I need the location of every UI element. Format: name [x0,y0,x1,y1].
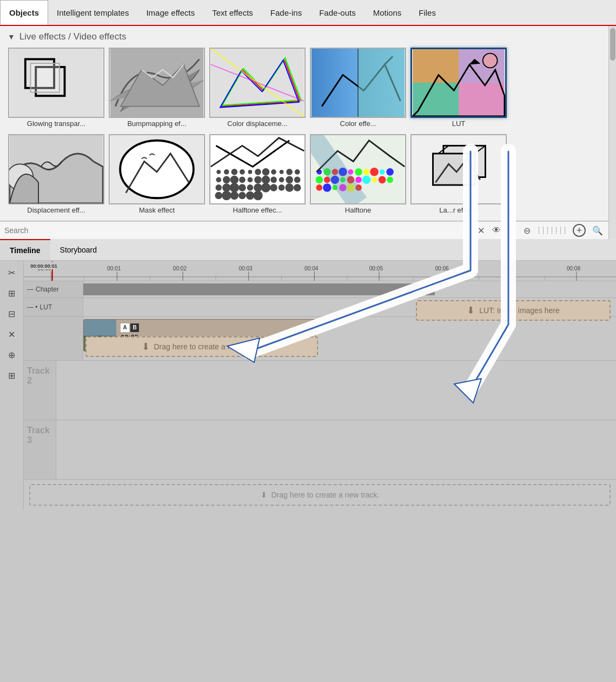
tool-4[interactable]: ✕ [2,325,22,344]
chapter-text: Chapter [36,286,59,293]
tool-3[interactable]: ⊟ [2,304,22,323]
svg-rect-9 [358,49,405,117]
panel-scrollbar[interactable] [608,26,616,239]
effect-label-lut: LUT [452,120,466,128]
drag-new-track-area[interactable]: ⬇ Drag here to create a new track. [85,336,318,357]
lut-track-row: — • LUT ⬇ LUT: Insert images here [24,298,616,317]
effect-mask[interactable]: Mask effect [108,134,206,214]
effect-thumb-halftone-effect [209,134,306,204]
svg-point-21 [216,170,221,174]
svg-point-56 [230,191,239,200]
effect-lut[interactable]: LUT [410,48,507,128]
tab-files[interactable]: Files [410,0,445,25]
top-tab-bar: Objects Intelligent templates Image effe… [0,0,616,26]
effect-layer-effects[interactable]: La...r effects [410,134,507,214]
lut-label: — • LUT [24,298,83,316]
svg-point-22 [224,169,229,175]
track-3-content [56,420,616,479]
scissors-tool[interactable]: ✂ [2,263,22,282]
svg-point-33 [223,176,230,184]
track-2-label: Track 2 [24,361,56,420]
tab-timeline[interactable]: Timeline [0,239,50,260]
bottom-drag-arrow: ⬇ [261,491,267,499]
tab-storyboard[interactable]: Storyboard [50,239,107,260]
svg-point-43 [215,184,222,191]
timeline-main: 00:00 00:01 00:02 00:03 00:04 00:05 00:0… [24,261,616,510]
svg-point-45 [230,183,239,192]
tab-motions[interactable]: Motions [365,0,410,25]
effect-label-glowing: Glowing transpar... [27,120,85,128]
add-button[interactable]: + [573,224,586,237]
clip-ab-badge: A B [121,323,197,332]
clear-search-button[interactable]: ✕ [476,224,486,237]
preview-button[interactable]: 👁 [491,224,502,236]
video-content: A B 00:05 Wanderer-pexels-pixabay.jpg ⬇ … [83,317,616,360]
search-icons: ✕ 👁 ☆ ⊖ ┊┊┊┊┊┊┊ + 🔍 [476,224,604,237]
effect-thumb-bumpmapping [109,48,205,118]
tab-text-effects[interactable]: Text effects [203,0,262,25]
effect-halftone-color[interactable]: Halftone [309,134,407,214]
svg-point-38 [262,176,270,184]
svg-point-18 [120,141,194,198]
minus-button[interactable]: ⊖ [522,224,532,237]
zoom-button[interactable]: 🔍 [591,224,604,237]
effects-grid-row2: Displacement eff... [8,134,601,217]
tab-fade-ins[interactable]: Fade-ins [262,0,310,25]
video-track-row: A B 00:05 Wanderer-pexels-pixabay.jpg ⬇ … [24,317,616,361]
svg-point-14 [483,54,498,68]
svg-rect-127 [84,320,116,336]
drag-arrow-down: ⬇ [142,341,150,353]
video-label [24,317,83,360]
svg-point-71 [315,176,323,184]
drag-here-box[interactable]: ⬇ Drag here to create a new track. [85,336,318,357]
tab-image-effects[interactable]: Image effects [137,0,203,25]
tab-objects[interactable]: Objects [0,0,48,25]
tool-2[interactable]: ⊞ [2,283,22,303]
svg-point-76 [355,177,362,183]
effect-label-bumpmapping: Bumpmapping ef... [127,120,186,128]
svg-point-36 [248,177,253,183]
search-input[interactable] [4,226,472,235]
effect-glowing[interactable]: Glowing transpar... [8,48,105,128]
effect-color-displacement[interactable]: Color displaceme... [209,48,306,128]
lut-dashes: — • [27,303,38,311]
svg-point-37 [254,176,262,184]
effect-thumb-lut [410,48,507,118]
chapter-track-row: — Chapter [24,281,616,298]
svg-text:00:07: 00:07 [501,266,515,272]
svg-point-80 [387,177,393,183]
tab-fade-outs[interactable]: Fade-outs [310,0,365,25]
effect-bumpmapping[interactable]: Bumpmapping ef... [108,48,206,128]
svg-text:00:05: 00:05 [369,266,383,272]
effect-color-effect[interactable]: Color effe... [309,48,407,128]
timeline-tabs: Timeline Storyboard [0,239,616,261]
chapter-dash: — [27,286,34,293]
svg-text:00:08: 00:08 [567,266,581,272]
svg-text:00:02: 00:02 [173,266,187,272]
tool-6[interactable]: ⊞ [2,366,22,385]
svg-point-51 [279,184,285,191]
effect-thumb-layer-effects [410,134,507,204]
svg-point-34 [230,176,239,184]
svg-point-30 [286,169,293,175]
star-button[interactable]: ☆ [507,224,517,237]
scrollbar-dots: ┊┊┊┊┊┊┊ [537,227,567,234]
effects-panel-row: ▼ Live effects / Video effects [0,26,616,239]
tab-intelligent-templates[interactable]: Intelligent templates [48,0,137,25]
effect-halftone-effect[interactable]: Halftone effec... [209,134,306,214]
bottom-drag-box[interactable]: ⬇ Drag here to create a new track. [29,484,611,506]
svg-point-81 [316,184,322,191]
svg-point-70 [386,168,394,176]
panel-scrollbar-thumb [610,28,615,61]
effect-displacement[interactable]: Displacement eff... [8,134,105,214]
svg-point-47 [247,184,254,191]
svg-point-68 [370,168,379,176]
effect-thumb-glowing [8,48,104,118]
svg-point-40 [279,177,284,183]
svg-point-59 [253,191,262,200]
collapse-triangle[interactable]: ▼ [8,32,15,41]
effect-thumb-displacement [8,134,104,204]
tool-5[interactable]: ⊕ [2,345,22,365]
effect-thumb-mask [109,134,205,204]
svg-text:00:06: 00:06 [435,266,449,272]
